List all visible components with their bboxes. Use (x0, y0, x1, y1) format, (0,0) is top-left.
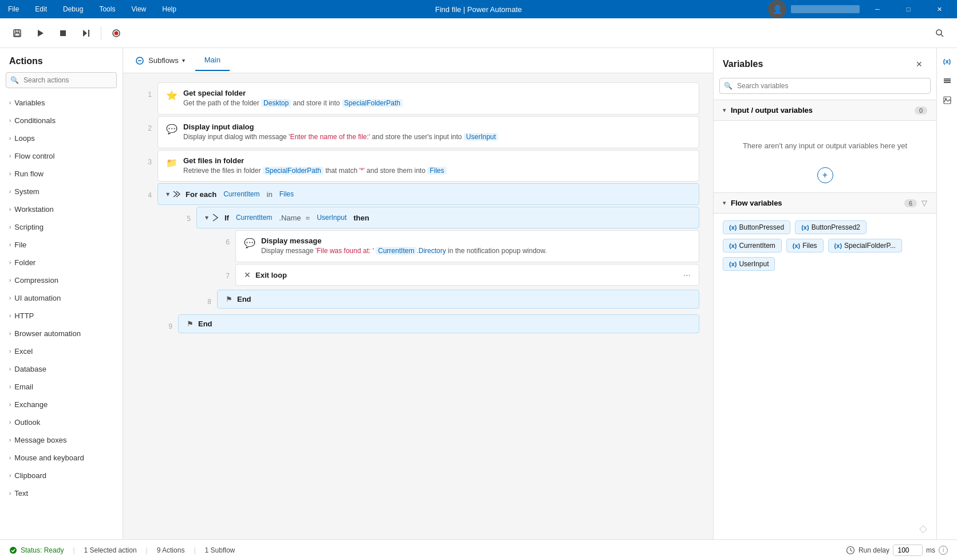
var-chip-files: Files (427, 167, 446, 175)
subflows-button[interactable]: Subflows ▾ (130, 53, 191, 68)
flow-card-display-message[interactable]: 💬 Display message Display message 'File … (235, 230, 699, 262)
step-number-4: 4 (137, 183, 157, 199)
variables-panel-close-button[interactable]: ✕ (911, 56, 927, 72)
sidebar-x-button[interactable]: (x) (939, 53, 956, 70)
action-item-text[interactable]: ›Text (0, 484, 123, 502)
diamond-icon: ◇ (919, 522, 927, 535)
card-desc-1: Get the path of the folder Desktop and s… (183, 98, 691, 108)
exit-loop-label: Exit loop (255, 271, 683, 279)
var-chip-buttonpressed[interactable]: (x) ButtonPressed (723, 220, 790, 234)
action-item-workstation[interactable]: ›Workstation (0, 200, 123, 218)
var-panel-spacer (714, 278, 936, 518)
right-sidebar: (x) (936, 48, 957, 539)
flow-card-get-files[interactable]: 📁 Get files in folder Retrieve the files… (157, 150, 699, 182)
add-io-variable-button[interactable]: + (817, 167, 833, 183)
chevron-icon: › (9, 188, 11, 195)
action-item-browser-automation[interactable]: ›Browser automation (0, 325, 123, 342)
step-number-9: 9 (157, 314, 178, 330)
filter-icon[interactable]: ▽ (921, 199, 927, 207)
chevron-icon: › (9, 277, 11, 283)
save-button[interactable] (7, 23, 27, 44)
more-options-button[interactable]: ⋯ (683, 271, 691, 279)
svg-point-18 (10, 547, 17, 554)
menu-tools[interactable]: Tools (96, 5, 119, 13)
card-desc-6: Display message 'File was found at: ' Cu… (261, 246, 691, 256)
collapse-if-button[interactable]: ▾ (205, 213, 220, 222)
if-then: then (353, 214, 369, 222)
flow-card-get-special-folder[interactable]: ⭐ Get special folder Get the path of the… (157, 82, 699, 115)
action-item-email[interactable]: ›Email (0, 378, 123, 396)
minimize-button[interactable]: ─ (864, 0, 891, 18)
maximize-button[interactable]: □ (895, 0, 921, 18)
run-button[interactable] (30, 23, 50, 44)
chevron-down-icon: ▾ (166, 190, 170, 198)
step-number-3: 3 (137, 150, 157, 166)
search-variables-input[interactable] (719, 78, 931, 94)
run-delay-label: Run delay (858, 546, 889, 554)
menu-help[interactable]: Help (159, 5, 180, 13)
menu-edit[interactable]: Edit (31, 5, 50, 13)
svg-rect-13 (944, 78, 951, 80)
end-if-label: End (237, 295, 251, 303)
var-chip-buttonpressed2[interactable]: (x) ButtonPressed2 (795, 220, 867, 234)
svg-rect-1 (15, 30, 19, 33)
action-item-clipboard[interactable]: ›Clipboard (0, 467, 123, 484)
if-header[interactable]: ▾ If CurrentItem .Name = UserInput t (196, 207, 699, 228)
var-chip-userinput-panel[interactable]: (x) UserInput (723, 257, 775, 271)
action-item-http[interactable]: ›HTTP (0, 307, 123, 325)
stop-button[interactable] (53, 23, 73, 44)
action-item-variables[interactable]: ›Variables (0, 94, 123, 112)
search-actions-input[interactable] (6, 72, 117, 88)
var-icon: (x) (729, 242, 737, 249)
var-chip-specialfolderp[interactable]: (x) SpecialFolderP... (828, 239, 902, 253)
svg-rect-6 (88, 30, 89, 37)
action-item-folder[interactable]: ›Folder (0, 254, 123, 271)
action-item-loops[interactable]: ›Loops (0, 129, 123, 147)
flow-step-1: 1 ⭐ Get special folder Get the path of t… (137, 82, 699, 115)
var-chip-currentitem-panel[interactable]: (x) CurrentItem (723, 239, 782, 253)
search-toolbar-button[interactable] (930, 23, 950, 44)
window-controls: 👤 ─ □ ✕ (768, 0, 952, 18)
action-item-conditionals[interactable]: ›Conditionals (0, 112, 123, 129)
collapse-foreach-button[interactable]: ▾ (166, 190, 181, 199)
exit-loop-card[interactable]: ✕ Exit loop ⋯ (235, 264, 699, 286)
action-item-run-flow[interactable]: ›Run flow (0, 165, 123, 183)
flow-section-header[interactable]: ▾ Flow variables 6 ▽ (714, 192, 936, 214)
action-item-mouse-keyboard[interactable]: ›Mouse and keyboard (0, 449, 123, 467)
run-delay-input[interactable] (893, 545, 922, 555)
action-item-flow-control[interactable]: ›Flow control (0, 147, 123, 165)
record-button[interactable] (106, 23, 127, 44)
action-item-file[interactable]: ›File (0, 236, 123, 254)
menu-debug[interactable]: Debug (60, 5, 86, 13)
menu-file[interactable]: File (5, 5, 22, 13)
flow-card-display-input-dialog[interactable]: 💬 Display input dialog Display input dia… (157, 116, 699, 148)
action-item-system[interactable]: ›System (0, 183, 123, 200)
sidebar-image-button[interactable] (939, 92, 956, 109)
step-button[interactable] (76, 23, 96, 44)
action-item-message-boxes[interactable]: ›Message boxes (0, 431, 123, 449)
var-chip-desktop: Desktop (261, 99, 291, 107)
var-chip-files-panel[interactable]: (x) Files (786, 239, 824, 253)
action-item-scripting[interactable]: ›Scripting (0, 218, 123, 236)
action-item-ui-automation[interactable]: ›UI automation (0, 289, 123, 307)
foreach-header[interactable]: ▾ For each CurrentItem in Files (157, 183, 699, 205)
io-section-header[interactable]: ▾ Input / output variables 0 (714, 100, 936, 121)
action-item-database[interactable]: ›Database (0, 360, 123, 378)
sidebar-layers-button[interactable] (939, 72, 956, 89)
chevron-icon: › (9, 117, 11, 124)
close-button[interactable]: ✕ (926, 0, 952, 18)
action-item-compression[interactable]: ›Compression (0, 271, 123, 289)
run-delay-spinner[interactable] (893, 545, 923, 556)
if-var2: UserInput (314, 214, 349, 222)
action-item-exchange[interactable]: ›Exchange (0, 396, 123, 413)
io-section-badge: 0 (915, 107, 927, 115)
tab-main[interactable]: Main (195, 50, 230, 71)
checkmark-icon (9, 546, 17, 554)
card-title-6: Display message (261, 236, 691, 245)
actions-count-label: 9 Actions (157, 546, 185, 554)
chevron-icon: › (9, 437, 11, 443)
action-item-excel[interactable]: ›Excel (0, 342, 123, 360)
var-icon: (x) (834, 242, 842, 249)
menu-view[interactable]: View (128, 5, 149, 13)
action-item-outlook[interactable]: ›Outlook (0, 413, 123, 431)
